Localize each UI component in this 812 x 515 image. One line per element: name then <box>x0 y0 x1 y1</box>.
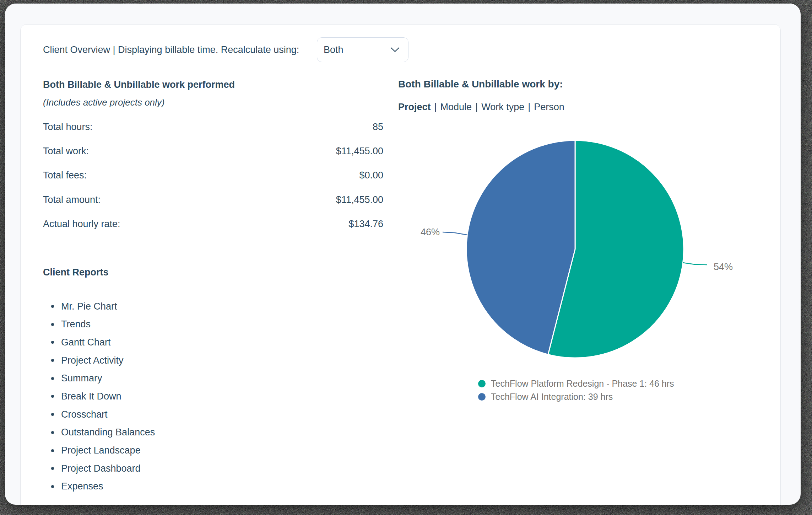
bullet-icon <box>51 467 54 470</box>
report-link-project-landscape[interactable]: Project Landscape <box>51 445 155 456</box>
stat-label: Actual hourly rate: <box>43 219 120 230</box>
stat-label: Total work: <box>43 146 89 157</box>
report-label: Trends <box>61 319 91 330</box>
bullet-icon <box>51 485 54 488</box>
legend-dot-icon <box>478 380 486 387</box>
report-link-summary[interactable]: Summary <box>51 373 155 384</box>
breakdown-subnav: Project|Module|Work type|Person <box>398 101 564 113</box>
subnav-separator: | <box>431 102 440 112</box>
bullet-icon <box>51 305 54 308</box>
report-label: Outstanding Balances <box>61 427 155 438</box>
client-reports-list: Mr. Pie Chart Trends Gantt Chart Project… <box>51 301 155 499</box>
stat-row-total-hours: Total hours: 85 <box>43 120 383 133</box>
tab-work-type[interactable]: Work type <box>481 102 524 112</box>
chevron-down-icon <box>390 47 400 53</box>
report-label: Summary <box>61 373 102 384</box>
stat-row-total-amount: Total amount: $11,455.00 <box>43 193 383 206</box>
report-label: Project Activity <box>61 355 124 366</box>
bullet-icon <box>51 377 54 380</box>
breakdown-title: Both Billable & Unbillable work by: <box>398 78 563 90</box>
pie-chart: 46% 54% <box>409 135 764 370</box>
legend-item: TechFlow AI Integration: 39 hrs <box>478 391 674 402</box>
report-link-break-it-down[interactable]: Break It Down <box>51 391 155 402</box>
summary-title: Both Billable & Unbillable work performe… <box>43 79 235 90</box>
bullet-icon <box>51 395 54 398</box>
stat-value: 85 <box>373 122 383 133</box>
pie-label-54: 54% <box>714 261 733 273</box>
report-label: Project Dashboard <box>61 463 141 474</box>
report-link-expenses[interactable]: Expenses <box>51 481 155 492</box>
legend-label: TechFlow Platform Redesign - Phase 1: 46… <box>491 379 674 389</box>
report-link-trends[interactable]: Trends <box>51 319 155 330</box>
recalculate-dropdown[interactable]: Both <box>317 37 408 62</box>
pie-label-46: 46% <box>409 226 440 238</box>
report-label: Mr. Pie Chart <box>61 301 117 312</box>
client-reports-title: Client Reports <box>43 267 109 278</box>
app-window: Client Overview | Displaying billable ti… <box>5 4 801 505</box>
report-label: Break It Down <box>61 391 121 402</box>
report-label: Crosschart <box>61 409 108 420</box>
summary-note: (Includes active projects only) <box>43 97 164 108</box>
report-link-outstanding-balances[interactable]: Outstanding Balances <box>51 427 155 438</box>
report-label: Expenses <box>61 481 103 492</box>
page-title: Client Overview | Displaying billable ti… <box>43 44 299 55</box>
report-link-project-dashboard[interactable]: Project Dashboard <box>51 463 155 474</box>
bullet-icon <box>51 449 54 452</box>
stat-label: Total hours: <box>43 122 93 133</box>
stat-value: $11,455.00 <box>336 146 383 157</box>
stat-value: $11,455.00 <box>336 194 383 205</box>
tab-module[interactable]: Module <box>440 102 472 112</box>
subnav-separator: | <box>524 102 534 112</box>
leader-line-blue <box>443 232 467 235</box>
report-link-mr-pie-chart[interactable]: Mr. Pie Chart <box>51 301 155 312</box>
legend-item: TechFlow Platform Redesign - Phase 1: 46… <box>478 378 674 389</box>
report-link-crosschart[interactable]: Crosschart <box>51 409 155 420</box>
chart-legend: TechFlow Platform Redesign - Phase 1: 46… <box>478 378 674 404</box>
stat-label: Total fees: <box>43 170 87 181</box>
stat-row-total-fees: Total fees: $0.00 <box>43 169 383 182</box>
bullet-icon <box>51 431 54 434</box>
stat-value: $134.76 <box>348 219 383 230</box>
leader-line-teal <box>683 263 707 265</box>
bullet-icon <box>51 413 54 416</box>
report-link-project-activity[interactable]: Project Activity <box>51 355 155 366</box>
stat-label: Total amount: <box>43 194 101 205</box>
legend-label: TechFlow AI Integration: 39 hrs <box>491 392 613 402</box>
report-link-gantt-chart[interactable]: Gantt Chart <box>51 337 155 348</box>
stat-row-actual-hourly-rate: Actual hourly rate: $134.76 <box>43 218 383 230</box>
tab-person[interactable]: Person <box>534 102 564 112</box>
bullet-icon <box>51 359 54 362</box>
report-label: Gantt Chart <box>61 337 111 348</box>
recalculate-dropdown-value: Both <box>324 44 343 55</box>
stat-row-total-work: Total work: $11,455.00 <box>43 145 383 157</box>
tab-project[interactable]: Project <box>398 102 431 112</box>
stat-value: $0.00 <box>359 170 383 181</box>
bullet-icon <box>51 341 54 344</box>
report-label: Project Landscape <box>61 445 141 456</box>
legend-dot-icon <box>478 393 486 401</box>
client-overview-card: Client Overview | Displaying billable ti… <box>20 24 781 505</box>
bullet-icon <box>51 323 54 326</box>
subnav-separator: | <box>472 102 481 112</box>
